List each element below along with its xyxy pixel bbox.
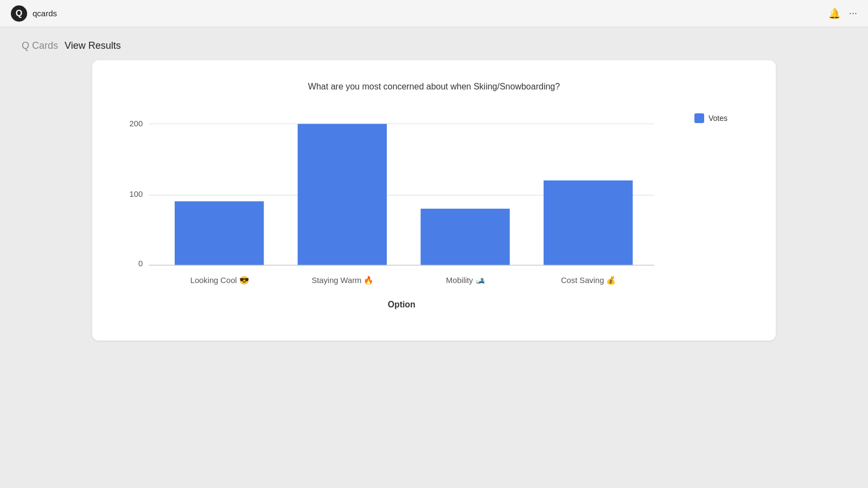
legend-label-votes: Votes (709, 114, 727, 123)
bar-chart: 200 100 0 Looking Cool 😎 (119, 108, 673, 317)
app-header: Q qcards 🔔 ··· (0, 0, 868, 27)
breadcrumb: Q Cards View Results (0, 27, 868, 60)
bar-looking-cool (175, 201, 264, 265)
svg-text:Cost Saving 💰: Cost Saving 💰 (561, 275, 616, 285)
bar-mobility (420, 209, 509, 265)
svg-text:Staying Warm 🔥: Staying Warm 🔥 (311, 275, 374, 285)
svg-text:Option: Option (388, 300, 416, 309)
svg-text:200: 200 (130, 119, 143, 128)
svg-text:Mobility 🎿: Mobility 🎿 (446, 275, 486, 285)
svg-text:0: 0 (138, 259, 143, 268)
svg-text:Looking Cool 😎: Looking Cool 😎 (190, 275, 250, 285)
chart-area: 200 100 0 Looking Cool 😎 (119, 108, 749, 319)
chart-wrapper: 200 100 0 Looking Cool 😎 (119, 108, 673, 319)
legend-color-votes (694, 113, 704, 123)
bar-cost-saving (544, 181, 633, 265)
bar-staying-warm (298, 124, 387, 265)
chart-card: What are you most concerned about when S… (92, 60, 776, 341)
chart-title: What are you most concerned about when S… (119, 82, 749, 92)
app-name: qcards (33, 9, 57, 18)
header-right: 🔔 ··· (828, 8, 857, 20)
header-left: Q qcards (11, 5, 57, 22)
breadcrumb-parent[interactable]: Q Cards (22, 40, 58, 52)
notification-icon[interactable]: 🔔 (828, 8, 840, 20)
legend-item-votes: Votes (694, 113, 749, 123)
app-logo: Q (11, 5, 27, 22)
breadcrumb-current: View Results (65, 40, 121, 52)
more-options-icon[interactable]: ··· (849, 8, 857, 19)
chart-legend: Votes (694, 108, 749, 123)
svg-text:100: 100 (130, 190, 143, 198)
